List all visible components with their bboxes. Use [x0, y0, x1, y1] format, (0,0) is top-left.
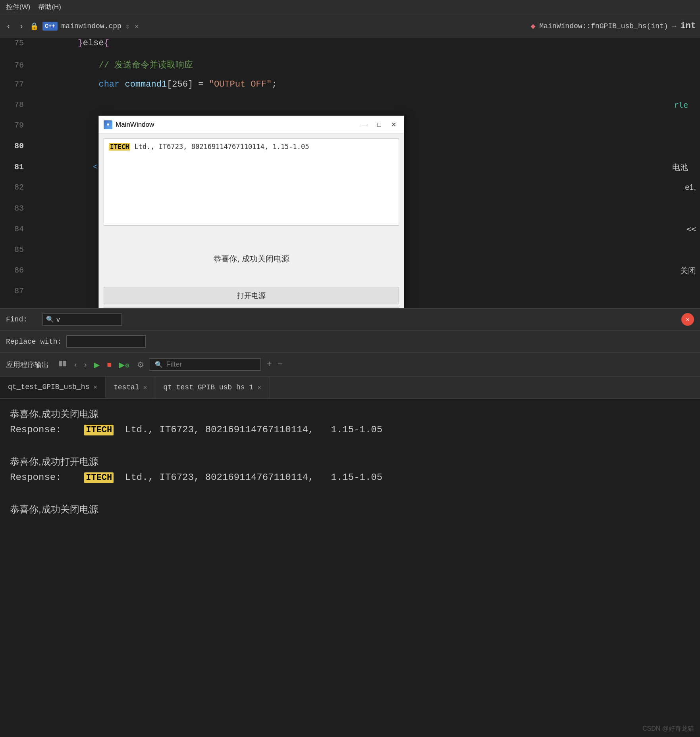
- find-close-icon: ✕: [686, 315, 690, 323]
- dialog-titlebar: ■ MainWindow — □ ✕: [99, 116, 404, 133]
- main-window-dialog: ■ MainWindow — □ ✕ ITECH Ltd., IT6723, 8…: [98, 116, 404, 308]
- line-number-75: 75: [0, 39, 32, 48]
- code-line-75: 75 }else{: [0, 38, 700, 59]
- function-diamond-icon: ◆: [530, 21, 535, 31]
- line-content-77: char command1[256] = "OUTPut OFF";: [32, 79, 700, 89]
- forward-button[interactable]: ›: [17, 20, 26, 32]
- dialog-open-power-button[interactable]: 打开电源: [104, 287, 399, 304]
- output-section-1: 恭喜你,成功关闭电源 Response: ITECH Ltd., IT6723,…: [10, 407, 690, 437]
- line-number-84: 84: [0, 224, 32, 234]
- file-type-badge: C++: [42, 22, 57, 31]
- replace-label: Replace with:: [6, 338, 62, 346]
- find-input[interactable]: [56, 315, 108, 324]
- tab-label-3: qt_test_GPIB_usb_hs_1: [163, 383, 253, 391]
- output-settings-button[interactable]: ⚙: [135, 358, 146, 371]
- dialog-close-power-button[interactable]: 关闭电源: [104, 308, 399, 308]
- line-number-85: 85: [0, 245, 32, 254]
- close-file-icon[interactable]: ✕: [135, 22, 139, 31]
- tab-close-1[interactable]: ✕: [93, 383, 97, 391]
- output-icon-1: [58, 359, 67, 368]
- filter-input-wrapper: 🔍: [150, 358, 261, 371]
- output-spacer-2: [10, 493, 690, 502]
- response-label-2: Response:: [10, 472, 79, 483]
- find-label: Find:: [6, 315, 38, 323]
- itech-badge-2: ITECH: [84, 472, 114, 483]
- dialog-close-button[interactable]: ✕: [388, 119, 399, 130]
- response-content-1: Ltd., IT6723, 802169114767110114, 1.15-1…: [120, 424, 383, 435]
- line-number-76: 76: [0, 61, 32, 70]
- output-line-2-2: Response: ITECH Ltd., IT6723, 8021691147…: [10, 470, 690, 485]
- function-name-label: MainWindow::fnGPIB_usb_hs(int): [540, 22, 668, 30]
- find-close-button[interactable]: ✕: [681, 313, 694, 326]
- line-number-82: 82: [0, 183, 32, 192]
- output-tool-btn-1[interactable]: [57, 358, 69, 371]
- line-content-76: // 发送命令并读取响应: [32, 59, 700, 71]
- tab-testal[interactable]: testal ✕: [106, 377, 155, 398]
- output-line-2-1: 恭喜你,成功打开电源: [10, 455, 690, 469]
- dialog-title-label: MainWindow: [116, 121, 356, 129]
- line-number-79: 79: [0, 121, 32, 130]
- app-output-bar: 应用程序输出 ‹ › ▶ ■ ▶⚙ ⚙ 🔍 + −: [0, 353, 700, 377]
- watermark: CSDN @好奇龙猫: [642, 725, 694, 733]
- code-line-77: 77 char command1[256] = "OUTPut OFF";: [0, 79, 700, 100]
- dialog-minimize-button[interactable]: —: [359, 119, 370, 130]
- itech-badge-1: ITECH: [84, 425, 114, 435]
- back-button[interactable]: ‹: [4, 20, 13, 32]
- code-line-76: 76 // 发送命令并读取响应: [0, 59, 700, 79]
- add-output-button[interactable]: +: [266, 360, 272, 369]
- filter-input[interactable]: [166, 360, 253, 369]
- svg-rect-1: [63, 361, 66, 366]
- output-next-button[interactable]: ›: [83, 358, 89, 371]
- output-run-button[interactable]: ▶⚙: [117, 358, 131, 371]
- replace-bar: Replace with:: [0, 331, 700, 353]
- find-bar: Find: 🔍 ✕: [0, 308, 700, 331]
- svg-rect-0: [59, 361, 62, 366]
- find-search-icon: 🔍: [46, 315, 54, 323]
- lock-icon: 🔒: [30, 22, 39, 31]
- output-play-button[interactable]: ▶: [92, 358, 101, 371]
- tab-label-2: testal: [114, 383, 139, 391]
- replace-input-wrapper: [66, 335, 146, 348]
- tab-label-1: qt_test_GPIB_usb_hs: [8, 383, 89, 391]
- remove-output-button[interactable]: −: [278, 360, 283, 369]
- response-label-1: Response:: [10, 424, 79, 435]
- dialog-maximize-button[interactable]: □: [374, 119, 385, 130]
- output-line-1-1: 恭喜你,成功关闭电源: [10, 407, 690, 421]
- line-number-88: 88: [0, 307, 32, 308]
- output-stop-button[interactable]: ■: [105, 358, 113, 371]
- find-input-wrapper: 🔍: [42, 313, 122, 326]
- response-content-2: Ltd., IT6723, 802169114767110114, 1.15-1…: [120, 472, 383, 483]
- output-line-3-1: 恭喜你,成功关闭电源: [10, 502, 690, 516]
- replace-input[interactable]: [70, 337, 121, 346]
- dialog-text-content: Ltd., IT6723, 802169114767110114, 1.15-1…: [134, 143, 309, 151]
- line-number-77: 77: [0, 80, 32, 89]
- filename-label: mainwindow.cpp: [62, 22, 121, 30]
- output-tabs-bar: qt_test_GPIB_usb_hs ✕ testal ✕ qt_test_G…: [0, 377, 700, 399]
- output-line-1-2: Response: ITECH Ltd., IT6723, 8021691147…: [10, 423, 690, 437]
- output-prev-button[interactable]: ‹: [73, 358, 79, 371]
- line-number-87: 87: [0, 286, 32, 296]
- dialog-app-icon: ■: [104, 120, 112, 129]
- menu-control[interactable]: 控件(W): [6, 2, 30, 12]
- tab-qt-test-gpib-usb-hs-1[interactable]: qt_test_GPIB_usb_hs_1 ✕: [155, 377, 269, 398]
- dialog-status-text: 恭喜你, 成功关闭电源: [99, 238, 404, 279]
- filter-search-icon: 🔍: [155, 361, 163, 369]
- output-section-3: 恭喜你,成功关闭电源: [10, 502, 690, 516]
- tab-qt-test-gpib-usb-hs[interactable]: qt_test_GPIB_usb_hs ✕: [0, 377, 106, 398]
- app-output-label: 应用程序输出: [6, 360, 49, 369]
- line-content-75: }else{: [32, 38, 700, 48]
- arrows-icon[interactable]: ⇕: [125, 22, 130, 31]
- return-arrow-icon: →: [672, 22, 677, 30]
- return-type-label: int: [680, 21, 696, 31]
- line-number-81: 81: [0, 162, 32, 172]
- line-number-83: 83: [0, 204, 32, 213]
- tab-close-3[interactable]: ✕: [257, 383, 261, 391]
- tab-close-2[interactable]: ✕: [143, 383, 147, 391]
- output-spacer-1: [10, 445, 690, 455]
- menu-help[interactable]: 帮助(H): [38, 2, 61, 12]
- dialog-text-area: ITECH Ltd., IT6723, 802169114767110114, …: [104, 138, 399, 226]
- top-toolbar: ‹ › 🔒 C++ mainwindow.cpp ⇕ ✕ ◆ MainWindo…: [0, 14, 700, 38]
- output-content-area: 恭喜你,成功关闭电源 Response: ITECH Ltd., IT6723,…: [0, 399, 700, 532]
- line-number-86: 86: [0, 266, 32, 275]
- output-section-2: 恭喜你,成功打开电源 Response: ITECH Ltd., IT6723,…: [10, 455, 690, 485]
